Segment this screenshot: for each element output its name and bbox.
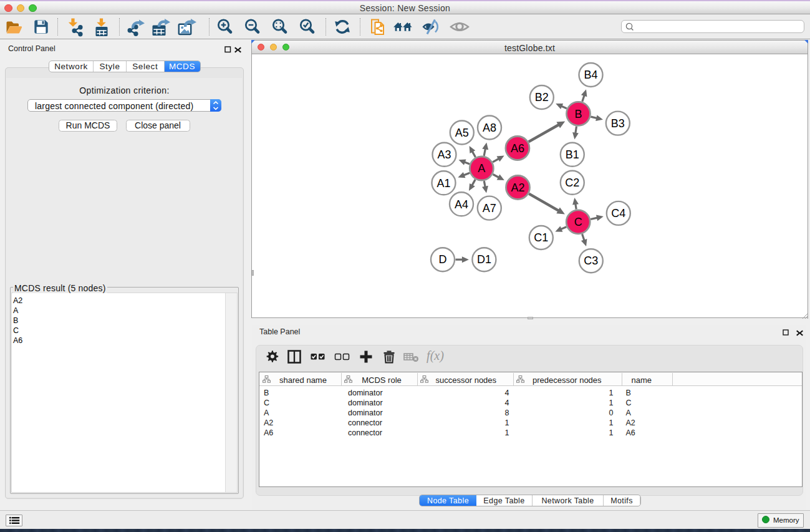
svg-text:C4: C4 — [611, 207, 625, 220]
svg-text:A6: A6 — [511, 142, 524, 155]
svg-text:C3: C3 — [584, 254, 598, 267]
svg-text:C: C — [574, 216, 582, 228]
svg-text:D: D — [439, 253, 447, 266]
svg-text:A7: A7 — [483, 202, 496, 215]
svg-text:A: A — [478, 162, 485, 175]
svg-text:C2: C2 — [565, 177, 579, 189]
svg-text:D1: D1 — [477, 253, 491, 266]
svg-text:B: B — [574, 108, 582, 120]
svg-text:A5: A5 — [455, 127, 469, 139]
svg-text:A8: A8 — [483, 122, 496, 134]
svg-text:B2: B2 — [535, 91, 549, 104]
svg-text:B1: B1 — [566, 148, 579, 161]
svg-text:A4: A4 — [455, 198, 468, 211]
svg-text:C1: C1 — [534, 231, 548, 244]
svg-text:B3: B3 — [611, 117, 625, 130]
svg-text:A1: A1 — [436, 177, 450, 190]
svg-text:B4: B4 — [584, 69, 597, 81]
svg-text:A3: A3 — [437, 148, 451, 161]
svg-text:A2: A2 — [511, 181, 524, 194]
